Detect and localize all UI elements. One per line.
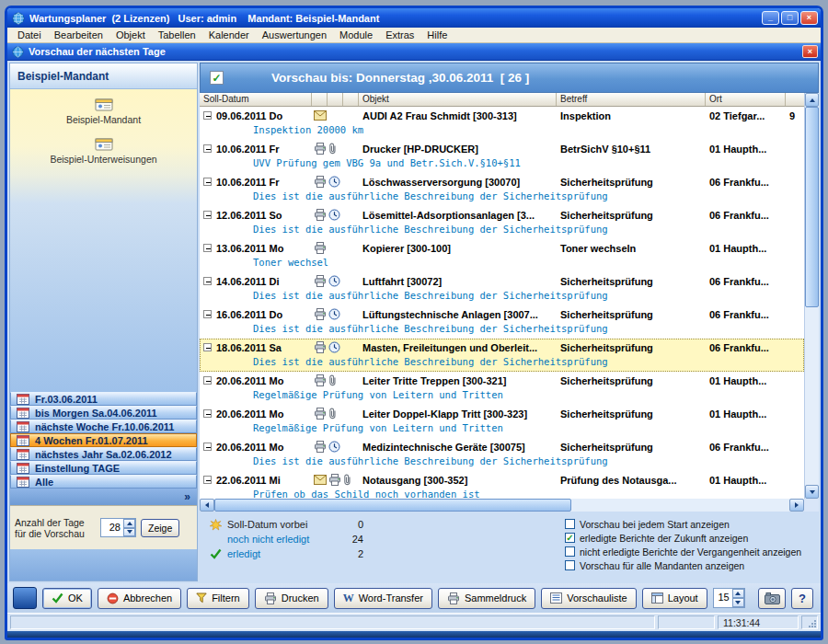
column-header-betreff[interactable]: Betreff [557,93,706,106]
horizontal-scrollbar[interactable] [200,499,804,512]
menu-item[interactable]: Module [333,29,379,40]
layout-button[interactable]: Layout [642,588,707,609]
horizontal-scroll-track[interactable] [214,499,789,512]
column-header-icon-3[interactable] [343,93,359,106]
menu-item[interactable]: Kalender [202,29,256,40]
date-filter-button[interactable]: Einstellung TAGE [10,461,197,475]
option-label: Vorschau für alle Mandanten anzeigen [580,560,744,571]
column-header-icon-2[interactable] [328,93,343,106]
vertical-scrollbar[interactable] [804,93,819,499]
table-row[interactable]: 20.06.2011 MoMedizintechnische Geräte [3… [200,438,804,471]
collapse-icon[interactable] [203,277,212,285]
scroll-right-icon[interactable] [789,499,804,512]
column-header-extra[interactable] [786,93,804,106]
scroll-down-icon[interactable] [805,485,819,499]
help-button[interactable]: ? [791,588,813,609]
date-filter-label: Alle [35,477,53,488]
menu-item[interactable]: Objekt [109,29,152,40]
table-row[interactable]: 13.06.2011 MoKopierer [300-100]Toner wec… [200,239,804,272]
menu-item[interactable]: Auswertungen [256,29,333,40]
collapse-icon[interactable] [203,244,212,252]
camera-button[interactable] [758,588,786,609]
vorschauliste-button[interactable]: Vorschauliste [541,588,636,609]
column-header-ort[interactable]: Ort [706,93,786,106]
close-icon[interactable]: × [800,11,818,25]
table-row[interactable]: 18.06.2011 SaMasten, Freileitungen und O… [200,339,804,372]
menu-item[interactable]: Extras [379,29,420,40]
sammeldruck-button[interactable]: Sammeldruck [438,588,535,609]
dialog-close-icon[interactable]: × [802,45,818,58]
date-filter-button[interactable]: nächstes Jahr Sa.02.06.2012 [10,447,197,461]
days-input[interactable]: 28 [100,518,136,537]
table-row[interactable]: 20.06.2011 MoLeiter Tritte Treppen [300-… [200,372,804,405]
spinner-down-icon[interactable] [732,598,744,607]
minimize-icon[interactable]: _ [762,11,779,25]
collapse-icon[interactable] [203,443,212,451]
zeige-button[interactable]: Zeige [141,519,179,537]
collapse-icon[interactable] [203,310,212,318]
row-description: Regelmäßige Prüfung von Leitern und Trit… [200,422,804,438]
horizontal-scroll-thumb[interactable] [214,499,571,512]
maximize-icon[interactable]: □ [781,11,799,25]
collapse-icon[interactable] [203,144,212,153]
table-row[interactable]: 20.06.2011 MoLeiter Doppel-Klapp Tritt [… [200,405,804,438]
vertical-scroll-track[interactable] [805,107,819,485]
cell-ort: 01 Haupth... [706,408,786,420]
vertical-scroll-thumb[interactable] [805,107,819,307]
column-header-icon-1[interactable] [312,93,328,106]
page-count-spinner[interactable]: 15 [713,588,745,608]
collapse-icon[interactable] [203,178,212,186]
table-row[interactable]: 09.06.2011 DoAUDI A2 Frau Schmidt [300-3… [200,107,804,140]
collapse-icon[interactable] [203,476,212,484]
table-row[interactable]: 22.06.2011 MiNotausgang [300-352]Prüfung… [200,471,804,499]
checkbox-icon[interactable] [565,560,575,570]
table-row[interactable]: 10.06.2011 FrLöschwasserversorgung [3007… [200,173,804,206]
column-header-objekt[interactable]: Objekt [359,93,557,106]
mandant-item[interactable]: Beispiel-Unterweisungen [10,136,197,165]
button-label: Abbrechen [123,592,172,604]
days-spin-up-icon[interactable] [123,519,135,528]
preview-checkbox[interactable]: ✓ [210,71,224,85]
column-header-soll-datum[interactable]: Soll-Datum [200,93,312,106]
checkbox-icon[interactable] [565,546,575,557]
checkbox-icon[interactable] [565,519,575,529]
days-spin-down-icon[interactable] [123,528,135,537]
cell-objekt: Lösemittel-Adsorptionsanlagen [3... [359,210,557,221]
menu-item[interactable]: Hilfe [420,29,454,40]
menu-item[interactable]: Bearbeiten [48,29,109,40]
cell-objekt: Luftfahrt [30072] [359,276,557,287]
ok-button[interactable]: OK [42,588,92,609]
scroll-left-icon[interactable] [200,499,214,512]
collapse-icon[interactable] [203,409,212,418]
table-row[interactable]: 12.06.2011 SoLösemittel-Adsorptionsanlag… [200,206,804,239]
printer-icon [447,592,460,604]
sidebar-expand-chevron[interactable]: » [10,489,197,505]
date-filter-button[interactable]: 4 Wochen Fr.01.07.2011 [10,433,197,447]
menu-item[interactable]: Tabellen [152,29,202,40]
drucken-button[interactable]: Drucken [255,588,328,609]
row-icons [312,275,359,287]
table-row[interactable]: 16.06.2011 DoLüftungstechnische Anlagen … [200,305,804,339]
collapse-icon[interactable] [203,211,212,219]
resize-grip[interactable] [801,615,818,629]
collapse-icon[interactable] [203,343,212,351]
date-filter-button[interactable]: nächste Woche Fr.10.06.2011 [10,420,197,433]
word-transfer-button[interactable]: WWord-Transfer [334,588,432,609]
collapse-icon[interactable] [203,111,212,120]
date-filter-button[interactable]: Alle [10,475,197,489]
table-row[interactable]: 10.06.2011 FrDrucker [HP-DRUCKER]BetrSic… [200,140,804,173]
abbrechen-button[interactable]: Abbrechen [98,588,181,609]
menu-item[interactable]: Datei [11,29,48,40]
scroll-up-icon[interactable] [805,93,819,107]
spinner-up-icon[interactable] [732,589,744,598]
dialog-titlebar[interactable]: Vorschau der nächsten Tage × [7,43,821,61]
window-titlebar[interactable]: Wartungsplaner (2 Lizenzen) User: admin … [7,8,821,28]
checkbox-checked-icon[interactable]: ✓ [565,533,575,543]
date-filter-button[interactable]: bis Morgen Sa.04.06.2011 [10,406,197,420]
date-filter-button[interactable]: Fr.03.06.2011 [10,392,197,406]
filtern-button[interactable]: Filtern [187,588,249,609]
mandant-item[interactable]: Beispiel-Mandant [10,97,197,125]
printer-icon [314,441,327,453]
table-row[interactable]: 14.06.2011 DiLuftfahrt [30072]Sicherheit… [200,272,804,305]
collapse-icon[interactable] [203,376,212,385]
